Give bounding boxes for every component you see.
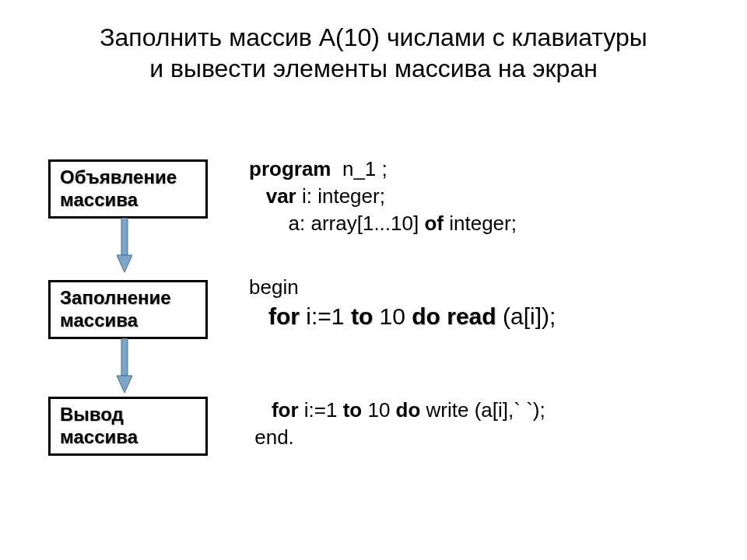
code2-tail: (a[i]); — [496, 303, 556, 329]
svg-marker-3 — [117, 376, 132, 393]
svg-rect-2 — [121, 338, 128, 376]
title-line-2: и вывести элементы массива на экран — [149, 54, 598, 82]
code3-pad — [249, 398, 272, 422]
code3-t3: write (a[i],` `); — [420, 398, 545, 422]
code2-r2: 10 — [373, 303, 412, 329]
kw-for-3: for — [272, 398, 299, 422]
box2-line2: массива — [60, 310, 138, 331]
slide-title: Заполнить массив А(10) числами с клавиат… — [0, 22, 747, 84]
code1-t2: i: integer; — [296, 184, 385, 208]
code3-t2: 10 — [362, 398, 395, 422]
kw-for-2: for — [268, 303, 300, 329]
svg-rect-0 — [121, 218, 128, 255]
code-block-1: program n_1 ; var i: integer; a: array[1… — [249, 156, 517, 237]
kw-to-2: to — [351, 303, 373, 329]
title-line-1: Заполнить массив А(10) числами с клавиат… — [100, 23, 647, 51]
code3-end: end. — [249, 425, 294, 449]
box-output: Вывод массива — [48, 397, 208, 456]
box3-line2: массива — [60, 426, 138, 447]
code3-t1: i:=1 — [299, 398, 343, 422]
code-block-3: for i:=1 to 10 do write (a[i],` `); end. — [249, 397, 545, 451]
box3-line1: Вывод — [60, 404, 124, 425]
box-filling: Заполнение массива — [48, 280, 208, 339]
code2-begin: begin — [249, 275, 299, 299]
kw-do-read: do read — [412, 303, 496, 329]
box-declaration: Объявление массива — [48, 159, 208, 219]
code1-t4: integer; — [444, 212, 517, 235]
arrow-down-1-icon — [117, 218, 132, 272]
code-block-2: begin for i:=1 to 10 do read (a[i]); — [249, 274, 556, 333]
kw-to-3: to — [343, 398, 363, 422]
code1-pad-var — [249, 184, 266, 208]
code1-t3: a: array[1...10] — [249, 212, 424, 235]
code2-r1: i:=1 — [300, 303, 351, 329]
svg-marker-1 — [117, 255, 132, 272]
code2-pad — [249, 303, 268, 329]
box2-line1: Заполнение — [60, 287, 171, 308]
box1-line1: Объявление — [60, 166, 177, 187]
kw-program: program — [249, 157, 331, 180]
kw-var: var — [266, 184, 296, 208]
arrow-down-2-icon — [117, 338, 132, 393]
code1-t1: n_1 ; — [331, 157, 387, 180]
box1-line2: массива — [60, 189, 138, 210]
kw-do-3: do — [396, 398, 421, 422]
kw-of: of — [424, 212, 444, 235]
